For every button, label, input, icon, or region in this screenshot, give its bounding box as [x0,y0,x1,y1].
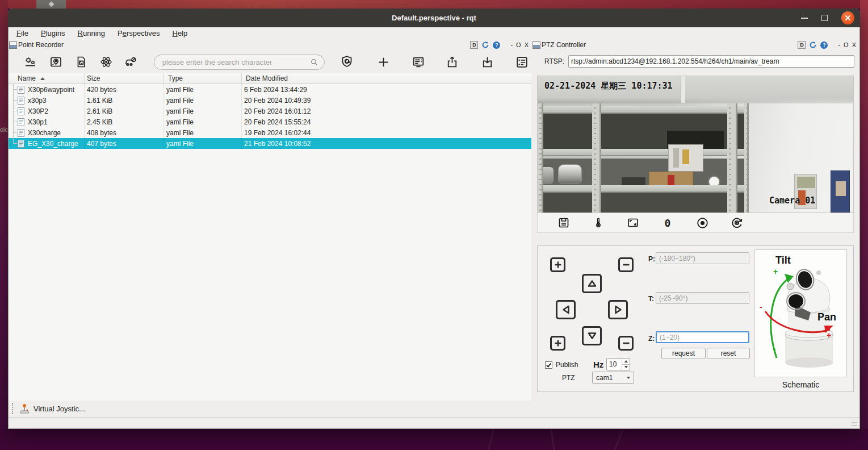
menu-file[interactable]: File [16,29,28,38]
fullscreen-button[interactable] [625,215,641,231]
hz-decrease-button[interactable] [622,364,630,370]
yaml-file-icon [18,118,24,126]
hz-input[interactable] [607,359,622,370]
ptz-controller-header[interactable]: PTZ Controller D ? - O X [532,39,857,51]
temperature-button[interactable] [590,215,606,231]
tree-branch-line [13,89,17,90]
column-header-type[interactable]: Type [164,73,242,84]
atom-button[interactable] [97,53,116,70]
close-button[interactable] [841,11,854,24]
download-icon [480,55,494,69]
table-row[interactable]: X30p12.45 KiByaml File20 Feb 2024 15:55:… [9,116,531,127]
file-date-cell: 20 Feb 2024 16:01:12 [242,106,531,116]
snapshot-save-button[interactable] [556,215,572,231]
help-icon[interactable]: ? [820,41,828,49]
menu-plugins[interactable]: Plugins [41,29,65,38]
spin-up-icon [624,360,628,363]
reload-icon[interactable] [809,41,817,49]
search-input[interactable] [162,58,310,66]
file-type-cell: yaml File [164,106,242,116]
dock-button[interactable]: D [798,41,806,49]
tilt-label: Tilt [775,255,791,266]
column-header-size[interactable]: Size [85,73,164,84]
task-list-button[interactable] [513,53,532,70]
vehicle-block-button[interactable] [121,53,140,70]
export-button[interactable] [442,53,462,70]
reload-icon[interactable] [481,41,489,49]
file-type-cell: yaml File [164,138,242,149]
shield-search-button[interactable] [337,53,357,70]
zoom-input[interactable] [656,331,749,343]
settings-button[interactable] [21,53,40,70]
pan-input[interactable] [656,252,749,264]
search-box[interactable] [154,55,325,70]
arrow-down-icon [586,330,598,341]
camera-scene-shelf-post [727,103,737,213]
camera-select-dropdown[interactable]: cam1 [592,372,634,384]
focus-in-button[interactable] [550,336,565,351]
file-date-cell: 6 Feb 2024 13:44:29 [242,84,531,95]
dock-minimize-button[interactable]: - [838,41,840,48]
hz-spinbox[interactable] [606,358,630,370]
table-header-row: Name Size Type Date Modified [9,73,531,84]
pan-label: Pan [817,311,836,323]
record-button[interactable] [694,215,710,231]
yaml-file-icon [18,107,24,115]
record-icon [695,216,710,230]
focus-out-button[interactable] [618,336,634,351]
dock-restore-button[interactable]: O [516,41,521,48]
tilt-up-button[interactable] [582,274,602,293]
tilt-down-button[interactable] [582,326,602,345]
zoom-in-button[interactable] [550,257,565,272]
menu-perspectives[interactable]: Perspectives [118,29,160,38]
table-row[interactable]: X30charge408 bytesyaml File19 Feb 2024 1… [9,127,531,138]
menu-running[interactable]: Running [78,29,105,38]
camera-scene-shelf-shadow [538,191,749,213]
publish-checkbox[interactable] [545,361,552,369]
menu-help[interactable]: Help [172,29,187,38]
point-recorder-toolbar [9,51,531,73]
rtsp-input[interactable] [568,55,854,68]
request-button[interactable]: request [661,348,706,359]
ptz-spin-button[interactable] [729,215,745,231]
table-row[interactable]: X30p6waypoint420 bytesyaml File6 Feb 202… [9,84,531,95]
dock-close-button[interactable]: X [852,41,856,48]
camera-video-view[interactable]: 02-21-2024 星期三 10:17:31 Camera 01 [537,76,854,213]
wallpaper-line [605,430,623,450]
point-recorder-header[interactable]: Point Recorder D ? - O X [9,39,531,51]
add-button[interactable] [374,53,393,70]
dock-close-button[interactable]: X [525,41,529,48]
tilt-input[interactable] [656,292,749,304]
dock-minimize-button[interactable]: - [510,41,513,48]
tree-branch-line [13,132,17,133]
zoom-out-button[interactable] [618,257,634,272]
window-title: Default.perspective - rqt [8,14,860,22]
save-file-button[interactable] [72,53,91,70]
help-icon[interactable]: ? [493,41,500,49]
virtual-joystick-label[interactable]: Virtual Joystic... [33,405,85,413]
list-display-button[interactable] [409,53,428,70]
tree-branch-line [13,122,17,122]
table-row[interactable]: X30P22.61 KiByaml File20 Feb 2024 16:01:… [9,106,531,116]
camera-scene-shelf-post [538,103,543,213]
toolbar-drag-handle[interactable] [12,403,14,414]
table-row[interactable]: EG_X30_charge407 bytesyaml File21 Feb 20… [9,138,531,149]
hz-increase-button[interactable] [622,359,630,364]
import-button[interactable] [477,53,497,70]
column-header-name[interactable]: Name [9,73,85,84]
title-bar[interactable]: Default.perspective - rqt [8,9,860,27]
menu-bar: File Plugins Running Perspectives Help [9,27,859,39]
pan-right-button[interactable] [608,300,628,319]
maximize-button[interactable] [821,15,828,21]
column-header-date[interactable]: Date Modified [242,73,531,84]
sort-ascending-icon [40,77,45,80]
table-row[interactable]: x30p31.61 KiByaml File20 Feb 2024 10:49:… [9,95,531,106]
waypoint-map-button[interactable] [47,53,66,70]
resize-grip[interactable] [852,422,857,430]
dock-button[interactable]: D [470,41,478,49]
reset-button[interactable]: reset [707,348,750,359]
desktop-left-strip [0,0,8,450]
pan-left-button[interactable] [556,300,576,319]
dock-restore-button[interactable]: O [844,41,849,48]
minimize-button[interactable] [801,18,808,19]
